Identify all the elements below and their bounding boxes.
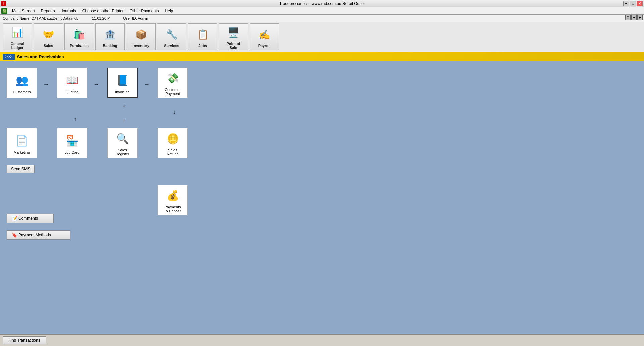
find-transactions-label: Find Transactions (8, 338, 40, 343)
payments-to-deposit-module[interactable]: 💰 PaymentsTo Deposit (158, 185, 188, 215)
sales-register-label: SalesRegister (116, 148, 129, 156)
user-id: User ID: Admin (123, 16, 148, 20)
customers-icon: 👥 (13, 72, 30, 89)
sales-label: Sales (44, 44, 53, 48)
status-bar: Company Name: C:\TP7\Data\DemoData.mdb 1… (0, 15, 644, 22)
invoicing-icon: 📘 (114, 72, 131, 89)
menu-choose-printer[interactable]: Choose another Printer (79, 8, 126, 14)
bottom-bar: Find Transactions (0, 334, 644, 346)
app-icon: T (1, 1, 6, 6)
purchases-label: Purchases (70, 44, 89, 48)
job-card-module[interactable]: 🏪 Job Card (57, 128, 87, 158)
banking-label: Banking (103, 44, 117, 48)
customer-payment-label: CustomerPayment (165, 88, 181, 96)
main-content: 👥 Customers → 📖 Quoting → 📘 Invoicing → … (0, 61, 644, 334)
jobs-icon: 📋 (195, 26, 211, 42)
menu-reports[interactable]: Reports (38, 8, 57, 14)
nav-right-button[interactable]: ▶ (637, 15, 643, 20)
arrow-jobcard-up: ↑ (72, 111, 79, 127)
comments-flag-icon: 📝 (12, 216, 17, 221)
arrow-customers-quoting: → (38, 81, 54, 88)
menu-help[interactable]: Help (162, 8, 176, 14)
customers-module[interactable]: 👥 Customers (7, 68, 37, 98)
app-menu-icon: 💹 (1, 8, 7, 14)
customer-payment-icon: 💸 (164, 70, 181, 86)
minimize-button[interactable]: − (623, 1, 629, 6)
payments-to-deposit-label: PaymentsTo Deposit (164, 205, 181, 213)
section-header: >>> Sales and Receivables (0, 52, 644, 61)
quoting-label: Quoting (66, 90, 79, 94)
services-icon: 🔧 (164, 26, 180, 42)
payment-methods-button[interactable]: 🔖 Payment Methods (7, 230, 70, 240)
current-time: 11:01:20 P (92, 16, 110, 20)
payroll-label: Payroll (258, 44, 271, 48)
arrow-salesreg-up: ↑ (121, 114, 127, 127)
arrow-quoting-invoicing: → (88, 81, 105, 88)
window-controls: − □ ✕ (623, 1, 643, 6)
sales-refund-icon: 🪙 (164, 130, 181, 147)
toolbar: 📊 GeneralLedger 🤝 Sales 🛍️ Purchases 🏦 B… (0, 22, 644, 52)
quoting-icon: 📖 (64, 72, 80, 89)
sales-register-icon: 🔍 (114, 130, 131, 147)
payroll-icon: ✍️ (256, 26, 272, 42)
toolbar-point-of-sale[interactable]: 🖥️ Point ofSale (219, 23, 248, 50)
section-title: Sales and Receivables (17, 54, 64, 59)
menu-other-payments[interactable]: Other Payments (127, 8, 162, 14)
job-card-label: Job Card (65, 150, 80, 154)
marketing-label: Marketing (14, 150, 30, 154)
pos-label: Point ofSale (227, 42, 240, 50)
services-label: Services (164, 44, 179, 48)
win-controls: ⊡ ◀ ▶ (625, 15, 643, 20)
job-card-icon: 🏪 (64, 132, 80, 149)
banking-icon: 🏦 (102, 26, 118, 42)
comments-button[interactable]: 📝 Comments (7, 214, 54, 223)
restore-button[interactable]: ⊡ (625, 15, 631, 20)
toolbar-sales[interactable]: 🤝 Sales (34, 23, 63, 50)
sales-icon: 🤝 (40, 26, 56, 42)
toolbar-purchases[interactable]: 🛍️ Purchases (64, 23, 94, 50)
menu-bar: 💹 Main Screen Reports Journals Choose an… (0, 7, 644, 15)
payments-to-deposit-icon: 💰 (164, 187, 181, 204)
nav-left-button[interactable]: ◀ (631, 15, 637, 20)
menu-journals[interactable]: Journals (58, 8, 78, 14)
send-sms-label: Send SMS (11, 167, 30, 171)
find-transactions-button[interactable]: Find Transactions (3, 336, 46, 344)
general-ledger-label: GeneralLedger (11, 42, 24, 50)
general-ledger-icon: 📊 (9, 24, 25, 40)
purchases-icon: 🛍️ (71, 26, 87, 42)
inventory-icon: 📦 (133, 26, 149, 42)
jobs-label: Jobs (198, 44, 207, 48)
pos-icon: 🖥️ (225, 24, 241, 40)
menu-main-screen[interactable]: Main Screen (9, 8, 37, 14)
inventory-label: Inventory (132, 44, 149, 48)
customers-label: Customers (13, 90, 31, 94)
marketing-module[interactable]: 📄 Marketing (7, 128, 37, 158)
toolbar-banking[interactable]: 🏦 Banking (95, 23, 125, 50)
toolbar-payroll[interactable]: ✍️ Payroll (250, 23, 279, 50)
quoting-module[interactable]: 📖 Quoting (57, 68, 87, 98)
section-arrow: >>> (3, 54, 15, 60)
company-name: Company Name: C:\TP7\Data\DemoData.mdb (3, 16, 78, 20)
window-title: Tradepronamics : www.rad.com.au Retail O… (0, 1, 644, 6)
maximize-button[interactable]: □ (630, 1, 636, 6)
title-bar: T Tradepronamics : www.rad.com.au Retail… (0, 0, 644, 7)
title-bar-left: T (1, 1, 6, 6)
toolbar-jobs[interactable]: 📋 Jobs (188, 23, 217, 50)
invoicing-module[interactable]: 📘 Invoicing (107, 68, 138, 98)
payment-methods-flag-icon: 🔖 (12, 232, 17, 238)
sales-refund-label: SalesRefund (167, 148, 178, 156)
toolbar-inventory[interactable]: 📦 Inventory (126, 23, 156, 50)
close-button[interactable]: ✕ (637, 1, 643, 6)
toolbar-services[interactable]: 🔧 Services (157, 23, 186, 50)
arrow-payment-down: ↓ (171, 99, 178, 125)
invoicing-label: Invoicing (115, 90, 129, 94)
sales-refund-module[interactable]: 🪙 SalesRefund (158, 128, 188, 158)
customer-payment-module[interactable]: 💸 CustomerPayment (158, 68, 188, 98)
marketing-icon: 📄 (13, 132, 30, 149)
send-sms-button[interactable]: Send SMS (7, 165, 35, 173)
arrow-invoicing-payment: → (138, 81, 155, 88)
arrow-invoicing-down: ↓ (121, 99, 127, 112)
payment-methods-label: Payment Methods (18, 233, 51, 237)
toolbar-general-ledger[interactable]: 📊 GeneralLedger (3, 23, 32, 50)
sales-register-module[interactable]: 🔍 SalesRegister (107, 128, 138, 158)
